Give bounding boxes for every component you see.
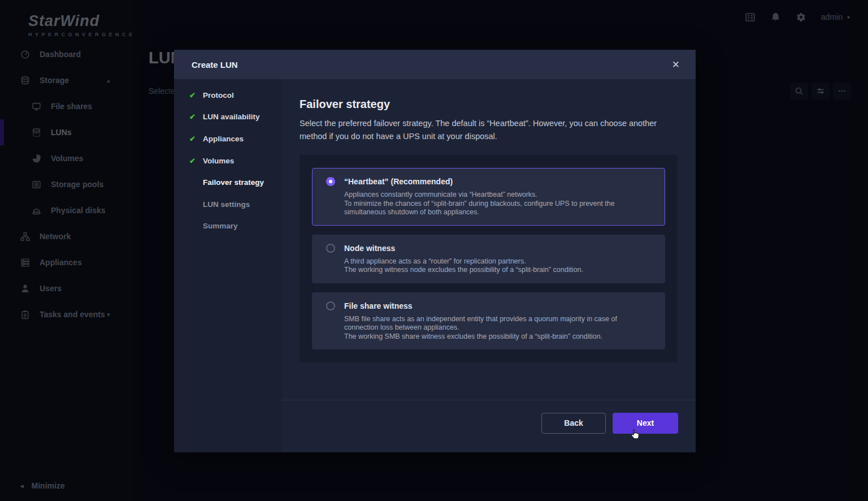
- option-description: Appliances constantly communicate via “H…: [344, 191, 648, 217]
- step-label: Failover strategy: [203, 178, 264, 187]
- check-icon: ✔: [188, 157, 197, 165]
- check-icon: ✔: [188, 135, 197, 143]
- check-icon: ✔: [188, 91, 197, 100]
- modal-header: Create LUN ✕: [174, 50, 696, 79]
- step-label: Volumes: [203, 157, 234, 165]
- step-label: Summary: [203, 222, 238, 230]
- step-label: Protocol: [203, 91, 234, 100]
- check-icon: ✔: [188, 113, 197, 121]
- option-title: Node witness: [344, 244, 395, 253]
- option-heartbeat[interactable]: “Heartbeat” (Recommended) Appliances con…: [312, 168, 665, 226]
- option-description: SMB file share acts as an independent en…: [344, 315, 648, 342]
- option-node-witness[interactable]: Node witness A third appliance acts as a…: [312, 235, 665, 283]
- create-lun-modal: Create LUN ✕ ✔ Protocol ✔ LUN availabili…: [174, 50, 696, 452]
- step-appliances[interactable]: ✔ Appliances: [174, 128, 282, 150]
- step-volumes[interactable]: ✔ Volumes: [174, 150, 282, 172]
- option-file-share-witness[interactable]: File share witness SMB file share acts a…: [312, 292, 665, 350]
- wizard-steps: ✔ Protocol ✔ LUN availability ✔ Applianc…: [174, 79, 282, 452]
- option-title: File share witness: [344, 301, 413, 310]
- wizard-content: Failover strategy Select the preferred f…: [282, 79, 696, 452]
- content-heading: Failover strategy: [300, 98, 678, 111]
- step-protocol[interactable]: ✔ Protocol: [174, 84, 282, 106]
- step-label: Appliances: [203, 135, 244, 143]
- radio-selected-icon[interactable]: [326, 177, 335, 186]
- content-description: Select the preferred failover strategy. …: [300, 117, 678, 143]
- option-title: “Heartbeat” (Recommended): [344, 177, 453, 186]
- radio-unselected-icon[interactable]: [326, 244, 335, 253]
- failover-options-group: “Heartbeat” (Recommended) Appliances con…: [300, 155, 678, 362]
- back-button[interactable]: Back: [541, 413, 606, 434]
- next-button[interactable]: Next: [613, 413, 678, 434]
- step-label: LUN availability: [203, 113, 260, 121]
- step-lun-settings[interactable]: LUN settings: [174, 193, 282, 215]
- close-icon[interactable]: ✕: [670, 58, 682, 72]
- step-summary[interactable]: Summary: [174, 215, 282, 237]
- modal-footer: Back Next: [282, 400, 696, 452]
- radio-unselected-icon[interactable]: [326, 301, 335, 310]
- step-label: LUN settings: [203, 200, 250, 209]
- step-lun-availability[interactable]: ✔ LUN availability: [174, 106, 282, 128]
- modal-title: Create LUN: [192, 60, 238, 70]
- step-failover-strategy[interactable]: Failover strategy: [174, 171, 282, 193]
- option-description: A third appliance acts as a “router” for…: [344, 257, 648, 275]
